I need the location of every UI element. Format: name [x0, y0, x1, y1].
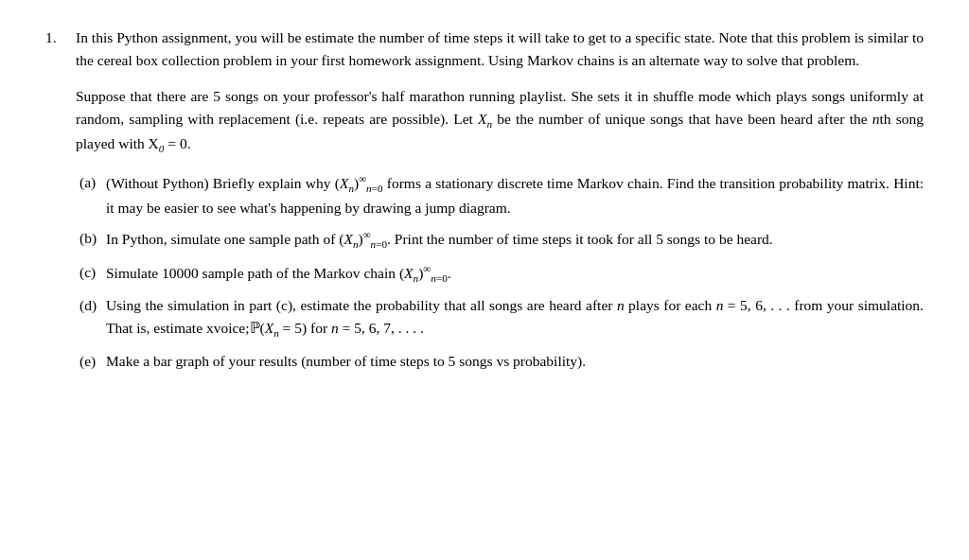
xn-a-sup: ∞: [359, 173, 366, 184]
xn-a-sub: n: [348, 183, 354, 194]
problem-number: 1.: [45, 26, 76, 380]
part-d-label: (d): [76, 294, 106, 341]
parts-list: (a) (Without Python) Briefly explain why…: [76, 171, 924, 373]
intro-paragraph-2: Suppose that there are 5 songs on your p…: [76, 85, 924, 158]
xn-a-sub3: =0: [372, 183, 383, 194]
part-d: (d) Using the simulation in part (c), es…: [76, 294, 924, 341]
xn-b-sup: ∞: [363, 229, 371, 240]
xn-b-sub: n: [353, 239, 359, 251]
intro-paragraph-1: In this Python assignment, you will be e…: [76, 26, 924, 72]
xn-a: X: [340, 175, 348, 191]
n-sym-d3: n: [331, 320, 339, 336]
part-e-content: Make a bar graph of your results (number…: [106, 350, 924, 373]
prob-symbol: ℙ: [250, 320, 260, 336]
part-a: (a) (Without Python) Briefly explain why…: [76, 171, 924, 220]
intro-text-2b: be the number of unique songs that have …: [492, 111, 872, 127]
xn-d-sub: n: [273, 328, 279, 340]
xn-c-sub: n: [414, 272, 419, 284]
intro-text-1: In this Python assignment, you will be e…: [76, 29, 924, 68]
part-a-content: (Without Python) Briefly explain why (Xn…: [106, 171, 924, 220]
th-suffix: th: [879, 111, 890, 127]
xn-c-sub3: =0: [436, 272, 448, 284]
xn-c: X: [404, 265, 413, 281]
part-e: (e) Make a bar graph of your results (nu…: [76, 350, 924, 373]
xn-b: X: [344, 232, 352, 248]
problem-content: In this Python assignment, you will be e…: [76, 26, 924, 380]
part-c-content: Simulate 10000 sample path of the Markov…: [106, 261, 924, 288]
part-d-content: Using the simulation in part (c), estima…: [106, 294, 924, 341]
part-c: (c) Simulate 10000 sample path of the Ma…: [76, 261, 924, 288]
part-b-label: (b): [76, 227, 106, 254]
part-a-label: (a): [76, 171, 106, 220]
part-b: (b) In Python, simulate one sample path …: [76, 227, 924, 254]
xn-d: X: [265, 320, 273, 336]
xn-b-sub3: =0: [376, 239, 387, 251]
problem-1: 1. In this Python assignment, you will b…: [45, 26, 924, 380]
n-sym-d2: n: [716, 297, 724, 313]
intro-eq: = 0.: [164, 135, 190, 151]
n-sym-d: n: [617, 297, 625, 313]
part-c-label: (c): [76, 261, 106, 288]
part-b-content: In Python, simulate one sample path of (…: [106, 227, 924, 254]
part-e-label: (e): [76, 350, 106, 373]
